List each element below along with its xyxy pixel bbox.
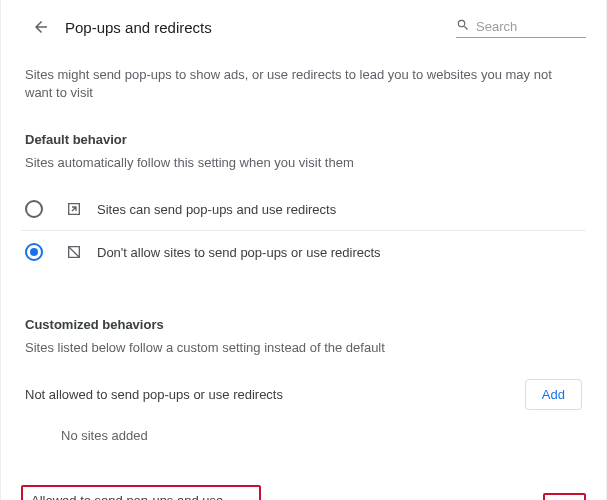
search-field[interactable] [456, 16, 586, 38]
radio-block[interactable] [25, 243, 43, 261]
popup-allow-icon [65, 200, 83, 218]
blocked-empty-text: No sites added [21, 416, 586, 455]
settings-page: Pop-ups and redirects Sites might send p… [0, 0, 607, 500]
custom-sub: Sites listed below follow a custom setti… [25, 340, 582, 355]
search-icon [456, 18, 470, 35]
intro-text: Sites might send pop-ups to show ads, or… [25, 66, 582, 102]
option-block-row[interactable]: Don't allow sites to send pop-ups or use… [21, 230, 586, 273]
header-bar: Pop-ups and redirects [21, 4, 586, 46]
back-button[interactable] [31, 17, 51, 37]
radio-dot-icon [30, 248, 38, 256]
highlight-allowed-label: Allowed to send pop-ups and use redirect… [21, 485, 261, 500]
option-block-label: Don't allow sites to send pop-ups or use… [97, 245, 381, 260]
arrow-left-icon [32, 18, 50, 36]
allowed-list-label: Allowed to send pop-ups and use redirect… [31, 493, 251, 500]
add-blocked-button[interactable]: Add [525, 379, 582, 410]
search-input[interactable] [476, 19, 586, 34]
option-allow-row[interactable]: Sites can send pop-ups and use redirects [21, 188, 586, 230]
default-behavior-sub: Sites automatically follow this setting … [25, 155, 582, 170]
blocked-list-header: Not allowed to send pop-ups or use redir… [21, 373, 586, 416]
custom-heading: Customized behaviors [25, 317, 582, 332]
allowed-list-header: Allowed to send pop-ups and use redirect… [21, 485, 586, 500]
page-title: Pop-ups and redirects [65, 19, 212, 36]
default-behavior-heading: Default behavior [25, 132, 582, 147]
highlight-add-button: Add [543, 493, 586, 500]
radio-allow[interactable] [25, 200, 43, 218]
option-allow-label: Sites can send pop-ups and use redirects [97, 202, 336, 217]
blocked-list-label: Not allowed to send pop-ups or use redir… [25, 387, 283, 402]
popup-block-icon [65, 243, 83, 261]
